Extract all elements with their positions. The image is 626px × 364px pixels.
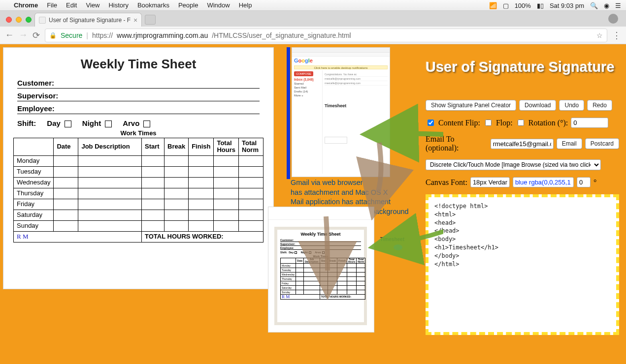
content-flip-checkbox[interactable] <box>428 120 434 126</box>
mini-customer: Customer: <box>280 239 361 242</box>
canvas-font-label: Canvas Font: <box>426 178 467 187</box>
rotation-input[interactable] <box>571 118 608 128</box>
gmail-banner[interactable]: Click here to enable desktop notificatio… <box>294 65 388 69</box>
email-button[interactable]: Email <box>557 138 582 149</box>
menu-edit[interactable]: Edit <box>66 1 77 9</box>
siri-icon[interactable]: ◉ <box>604 2 609 9</box>
day-cell[interactable]: Tuesday <box>14 166 54 177</box>
shift-row: Shift: Day Night Arvo <box>17 119 260 127</box>
employee-field[interactable]: Employee: <box>17 104 260 114</box>
google-logo: Google <box>292 57 390 64</box>
sidebar-item[interactable]: More » <box>294 94 320 97</box>
timesheet-table: Date Job Description Start Break Finish … <box>13 138 264 243</box>
email-to-input[interactable] <box>491 139 554 149</box>
menu-bookmarks[interactable]: Bookmarks <box>137 1 169 9</box>
url-host: www.rjmprogramming.com.au <box>117 31 208 39</box>
sidebar-item[interactable]: Drafts (14) <box>294 90 320 93</box>
lock-icon: 🔒 <box>49 32 57 39</box>
html-code-box[interactable]: <!doctype html> <html> <head> </head> <b… <box>426 194 619 335</box>
mode-select[interactable]: Discrete Click/Touch Mode [Image Browse … <box>426 159 601 170</box>
email-to-label: Email To (optional): <box>426 135 488 152</box>
font-size-input[interactable] <box>470 177 510 187</box>
reload-button[interactable]: ⟳ <box>33 30 40 41</box>
mail-mini-timesheet: Weekly Time Sheet Customer: Supervisor: … <box>274 227 367 325</box>
day-cell[interactable]: Monday <box>14 155 54 166</box>
notification-center-icon[interactable]: ☰ <box>615 2 621 9</box>
gmail-subject: Timesheet <box>325 103 388 108</box>
day-cell[interactable]: Saturday <box>14 210 54 220</box>
menu-file[interactable]: File <box>47 1 57 9</box>
font-color-input[interactable] <box>513 177 574 187</box>
shift-arvo-checkbox[interactable] <box>143 121 150 127</box>
browser-tab[interactable]: User of Signature Signature - F × <box>34 13 142 27</box>
mail-header <box>268 207 374 220</box>
address-bar[interactable]: 🔒 Secure | https://www.rjmprogramming.co… <box>45 29 607 42</box>
wifi-icon[interactable]: 📶 <box>489 2 497 9</box>
totals-label: TOTAL HOURS WORKED: <box>142 231 264 242</box>
day-cell[interactable]: Friday <box>14 199 54 210</box>
shift-night-label: Night <box>82 119 101 127</box>
page-content: Weekly Time Sheet Customer: Supervisor: … <box>0 44 626 364</box>
mini-shift: Shift: Day Night Arvo <box>280 251 361 254</box>
postcard-button[interactable]: Postcard <box>585 138 619 149</box>
th-jobdesc: Job Description <box>78 138 142 156</box>
cloud-icon <box>394 244 402 250</box>
menu-window[interactable]: Window <box>207 1 230 9</box>
shift-night-checkbox[interactable] <box>105 121 112 127</box>
shift-day-checkbox[interactable] <box>65 121 71 127</box>
window-minimize-button[interactable] <box>16 17 22 23</box>
mail-preview: Timesheet Weekly Time Sheet Customer: Su… <box>268 207 374 333</box>
day-cell[interactable]: Sunday <box>14 220 54 231</box>
day-cell[interactable]: Wednesday <box>14 177 54 188</box>
font-rotation-input[interactable] <box>577 177 591 187</box>
chrome-menu-icon[interactable]: ⋮ <box>612 30 621 41</box>
table-row: Saturday <box>14 210 264 220</box>
flop-checkbox[interactable] <box>485 120 492 126</box>
shift-arvo-label: Arvo <box>123 119 139 127</box>
gmail-attachment[interactable] <box>325 137 347 144</box>
show-signature-panel-button[interactable]: Show Signature Panel Creator <box>426 100 516 111</box>
menu-history[interactable]: History <box>108 1 128 9</box>
back-button[interactable]: ← <box>5 30 14 40</box>
battyery-percent: 100% <box>515 2 531 9</box>
download-button[interactable]: Download <box>519 100 556 111</box>
signature-cell[interactable]: R M <box>14 231 142 242</box>
bookmark-star-icon[interactable]: ☆ <box>596 31 603 39</box>
sidebar-item[interactable]: Sent Mail <box>294 86 320 89</box>
degree-label: ° <box>593 178 596 187</box>
app-name[interactable]: Chrome <box>14 1 38 9</box>
menubar-clock[interactable]: Sat 9:03 pm <box>550 2 584 9</box>
table-row: Wednesday <box>14 177 264 188</box>
window-close-button[interactable] <box>6 17 12 23</box>
rotation-label: Rotation (°): <box>528 119 568 127</box>
th-blank <box>14 138 54 156</box>
customer-field[interactable]: Customer: <box>17 79 260 89</box>
profile-avatar-icon[interactable] <box>608 14 618 24</box>
spotlight-icon[interactable]: 🔍 <box>590 2 598 9</box>
redo-button[interactable]: Redo <box>587 100 612 111</box>
rotation-checkbox[interactable] <box>518 120 524 126</box>
url-path: /HTMLCSS/user_of_signature_signature.htm… <box>212 31 351 39</box>
day-cell[interactable]: Thursday <box>14 188 54 199</box>
menu-help[interactable]: Help <box>239 1 252 9</box>
undo-button[interactable]: Undo <box>559 100 584 111</box>
mini-table: DateJob DescriptionStartBreakFinishTotal… <box>280 258 365 300</box>
airplay-icon[interactable]: ▢ <box>503 2 509 9</box>
forward-button: → <box>19 30 28 40</box>
th-break: Break <box>165 138 189 156</box>
url-scheme: https:// <box>92 31 113 39</box>
gmail-tabs <box>292 53 390 57</box>
new-tab-button[interactable] <box>145 15 156 25</box>
page-title: User of Signature Signature <box>426 59 619 75</box>
battery-icon[interactable]: ▮▯ <box>537 2 544 9</box>
menu-people[interactable]: People <box>178 1 198 9</box>
window-zoom-button[interactable] <box>26 17 32 23</box>
inbox-link[interactable]: Inbox (3,048) <box>294 78 320 81</box>
tab-close-icon[interactable]: × <box>133 16 137 24</box>
menu-view[interactable]: View <box>86 1 99 9</box>
sidebar-item[interactable]: Starred <box>294 82 320 85</box>
mini-employee: Employee: <box>280 246 361 250</box>
supervisor-field[interactable]: Supervisor: <box>17 91 260 101</box>
content-flip-label: Content Flip: <box>438 119 480 127</box>
compose-button[interactable]: COMPOSE <box>294 71 313 76</box>
